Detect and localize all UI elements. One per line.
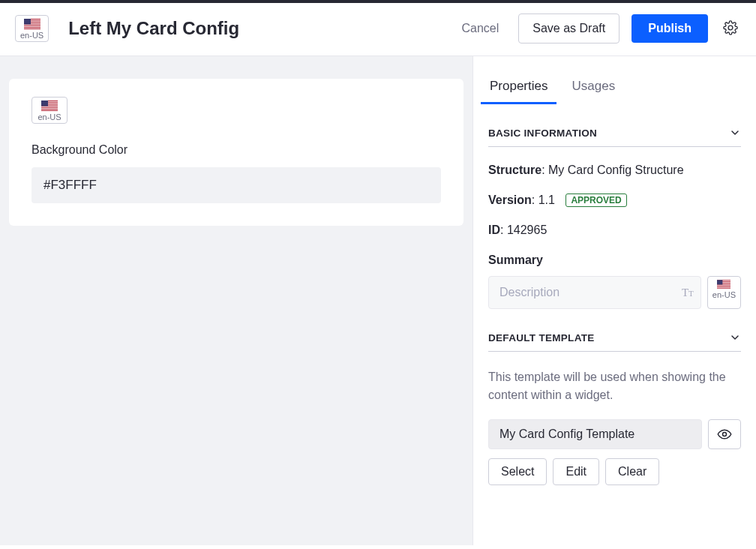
structure-label: Structure [488,164,542,176]
summary-input[interactable] [488,276,701,309]
summary-input-wrap: TT [488,276,701,309]
section-basic: BASIC INFORMATION Structure: My Card Con… [488,127,741,309]
structure-value: My Card Config Structure [548,164,684,176]
id-row: ID: 142965 [488,224,741,237]
basic-body: Structure: My Card Config Structure Vers… [488,147,741,309]
select-button[interactable]: Select [488,458,547,485]
status-badge: APPROVED [566,194,626,207]
header: en-US Left My Card Config Cancel Save as… [0,3,756,56]
id-value: 142965 [507,224,547,236]
tab-properties[interactable]: Properties [488,71,549,104]
card-locale-selector[interactable]: en-US [32,97,68,124]
bg-color-label: Background Color [32,143,441,157]
cancel-button[interactable]: Cancel [454,16,506,41]
locale-label: en-US [20,32,44,40]
version-value: 1.1 [538,194,555,206]
basic-title: BASIC INFORMATION [488,128,597,139]
text-format-icon[interactable]: TT [682,287,694,298]
tab-usages[interactable]: Usages [570,71,616,104]
structure-row: Structure: My Card Config Structure [488,164,741,177]
template-buttons: Select Edit Clear [488,458,741,485]
section-template: DEFAULT TEMPLATE This template will be u… [488,332,741,485]
template-title: DEFAULT TEMPLATE [488,332,595,344]
chevron-down-icon [729,332,741,344]
body: en-US Background Color #F3FFFF Propertie… [0,56,756,545]
summary-locale-selector[interactable]: en-US [707,276,741,309]
bg-color-value[interactable]: #F3FFFF [32,167,441,203]
locale-selector[interactable]: en-US [15,15,49,42]
template-body: This template will be used when showing … [488,352,741,485]
us-flag-icon [41,100,58,111]
sidebar: Properties Usages BASIC INFORMATION Stru… [472,56,756,545]
content-card: en-US Background Color #F3FFFF [9,79,464,226]
eye-icon [717,427,732,442]
summary-locale-label: en-US [712,291,736,299]
template-row: My Card Config Template [488,419,741,449]
clear-button[interactable]: Clear [605,458,659,485]
gear-icon [723,20,738,35]
card-locale-label: en-US [38,113,61,122]
header-actions: Cancel Save as Draft Publish [454,14,741,44]
page-title: Left My Card Config [68,18,454,39]
template-description: This template will be used when showing … [488,368,741,404]
publish-button[interactable]: Publish [632,14,708,43]
template-header[interactable]: DEFAULT TEMPLATE [488,332,741,352]
save-draft-button[interactable]: Save as Draft [518,14,620,44]
main-content: en-US Background Color #F3FFFF [0,56,472,545]
preview-button[interactable] [708,419,741,449]
template-name: My Card Config Template [488,419,702,449]
us-flag-icon [24,19,40,29]
version-row: Version: 1.1 APPROVED [488,194,741,207]
id-label: ID [488,224,500,236]
us-flag-icon [717,280,730,289]
summary-row: TT en-US [488,276,741,309]
edit-button[interactable]: Edit [553,458,599,485]
sidebar-tabs: Properties Usages [488,56,741,104]
chevron-down-icon [729,127,741,139]
summary-label: Summary [488,254,741,267]
version-label: Version [488,194,532,206]
settings-button[interactable] [720,17,741,40]
basic-header[interactable]: BASIC INFORMATION [488,127,741,147]
